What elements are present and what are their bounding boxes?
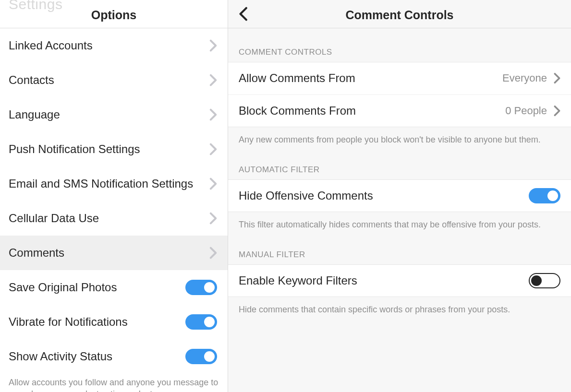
option-email-sms-notifications[interactable]: Email and SMS Notification Settings (0, 166, 228, 201)
section-footer-manual-filter: Hide comments that contain specific word… (228, 297, 571, 316)
section-footer-automatic-filter: This filter automatically hides comments… (228, 212, 571, 231)
option-label: Email and SMS Notification Settings (9, 177, 193, 190)
option-language[interactable]: Language (0, 97, 228, 132)
toggle-keyword-filters[interactable] (529, 273, 560, 288)
chevron-left-icon (238, 14, 248, 23)
toggle-activity-status[interactable] (185, 349, 217, 364)
chevron-right-icon (209, 212, 217, 225)
chevron-right-icon (554, 72, 560, 84)
chevron-right-icon (209, 108, 217, 121)
option-linked-accounts[interactable]: Linked Accounts (0, 28, 228, 63)
option-show-activity-status: Show Activity Status (0, 339, 228, 374)
chevron-right-icon (554, 105, 560, 117)
row-allow-comments-from[interactable]: Allow Comments From Everyone (228, 62, 571, 94)
detail-title: Comment Controls (346, 8, 454, 22)
option-label: Language (9, 108, 60, 121)
option-label: Show Activity Status (9, 350, 112, 363)
toggle-save-photos[interactable] (185, 280, 217, 295)
option-vibrate-notifications: Vibrate for Notifications (0, 305, 228, 339)
section-group-automatic-filter: Hide Offensive Comments (228, 179, 571, 212)
comment-controls-pane: Comment Controls COMMENT CONTROLS Allow … (228, 0, 571, 392)
row-label: Enable Keyword Filters (239, 274, 357, 287)
chevron-right-icon (209, 39, 217, 52)
activity-status-description: Allow accounts you follow and anyone you… (0, 374, 228, 392)
row-label: Hide Offensive Comments (239, 189, 373, 202)
options-pane: Options Linked Accounts Contacts Languag… (0, 0, 228, 392)
chevron-right-icon (209, 143, 217, 155)
back-button[interactable] (238, 7, 248, 23)
option-contacts[interactable]: Contacts (0, 63, 228, 97)
option-label: Comments (9, 246, 64, 260)
section-group-manual-filter: Enable Keyword Filters (228, 264, 571, 297)
option-cellular-data[interactable]: Cellular Data Use (0, 201, 228, 236)
row-enable-keyword-filters: Enable Keyword Filters (228, 265, 571, 297)
section-group-comment-controls: Allow Comments From Everyone Block Comme… (228, 62, 571, 127)
section-header-manual-filter: MANUAL FILTER (228, 231, 571, 264)
section-header-comment-controls: COMMENT CONTROLS (228, 28, 571, 62)
section-header-automatic-filter: AUTOMATIC FILTER (228, 146, 571, 179)
option-label: Save Original Photos (9, 281, 117, 294)
option-label: Contacts (9, 73, 54, 87)
option-push-notifications[interactable]: Push Notification Settings (0, 132, 228, 166)
option-label: Vibrate for Notifications (9, 315, 128, 329)
row-label: Allow Comments From (239, 71, 355, 85)
detail-content: COMMENT CONTROLS Allow Comments From Eve… (228, 28, 571, 392)
row-block-comments-from[interactable]: Block Comments From 0 People (228, 95, 571, 127)
option-label: Linked Accounts (9, 39, 93, 52)
options-list: Linked Accounts Contacts Language Push N… (0, 28, 228, 392)
toggle-hide-offensive[interactable] (529, 188, 560, 203)
options-header: Options (0, 0, 228, 28)
chevron-right-icon (209, 74, 217, 86)
row-value: Everyone (502, 72, 547, 84)
detail-header: Comment Controls (228, 0, 571, 28)
chevron-right-icon (209, 247, 217, 259)
section-footer-comment-controls: Any new comments from people you block w… (228, 127, 571, 146)
option-save-original-photos: Save Original Photos (0, 270, 228, 305)
option-label: Push Notification Settings (9, 143, 140, 156)
toggle-vibrate[interactable] (185, 314, 217, 330)
option-comments[interactable]: Comments (0, 236, 228, 270)
chevron-right-icon (209, 178, 217, 190)
option-label: Cellular Data Use (9, 212, 99, 225)
row-label: Block Comments From (239, 104, 356, 118)
row-value: 0 People (505, 105, 547, 117)
row-hide-offensive: Hide Offensive Comments (228, 180, 571, 212)
options-title: Options (91, 8, 136, 22)
